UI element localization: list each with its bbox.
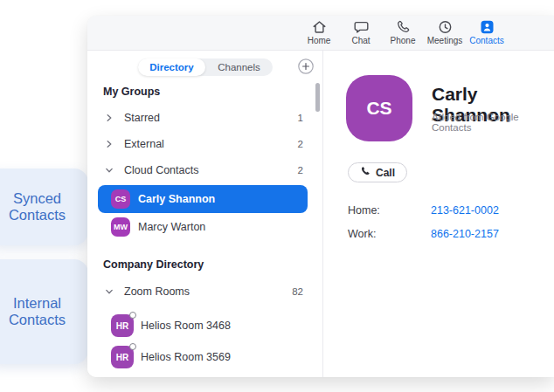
group-row-zoom-rooms[interactable]: Zoom Rooms 82 xyxy=(87,279,322,305)
contact-name: Marcy Warton xyxy=(138,221,205,233)
phone-icon xyxy=(395,18,412,35)
group-list: Starred 1 External 2 Cloud xyxy=(87,105,322,183)
phone-field-work: Work: 866-210-2157 xyxy=(348,228,537,240)
contact-row-carly-shannon[interactable]: CS Carly Shannon xyxy=(98,185,308,213)
phone-number-link[interactable]: 866-210-2157 xyxy=(431,228,499,240)
phone-number-link[interactable]: 213-621-0002 xyxy=(431,204,499,217)
contacts-icon xyxy=(479,18,495,35)
add-contact-button[interactable] xyxy=(298,58,314,74)
avatar: MW xyxy=(111,217,130,237)
annotation-synced-contacts: Synced Contacts xyxy=(0,168,88,245)
section-company-directory: Company Directory xyxy=(103,258,204,271)
nav-tab-meetings[interactable]: Meetings xyxy=(424,18,466,48)
group-count: 2 xyxy=(298,165,303,175)
group-count: 2 xyxy=(298,139,303,149)
group-name: External xyxy=(124,138,164,150)
chat-icon xyxy=(353,18,370,35)
call-button[interactable]: Call xyxy=(348,162,407,182)
nav-tab-chat[interactable]: Chat xyxy=(340,18,382,48)
contact-detail-pane: CS Carly Shannon Added from Google Conta… xyxy=(323,51,554,377)
nav-tab-phone[interactable]: Phone xyxy=(382,18,424,48)
nav-tab-home[interactable]: Home xyxy=(298,18,340,48)
meetings-icon xyxy=(437,18,454,35)
group-count: 82 xyxy=(292,286,303,297)
group-name: Zoom Rooms xyxy=(124,285,190,298)
cloud-contacts-list: CS Carly Shannon MW Marcy Warton xyxy=(87,185,322,241)
avatar-wrap: HR xyxy=(111,314,134,337)
avatar: CS xyxy=(346,75,412,141)
annotation-internal-label: Internal Contacts xyxy=(0,295,81,329)
group-row-starred[interactable]: Starred 1 xyxy=(87,105,322,131)
contact-row-marcy-warton[interactable]: MW Marcy Warton xyxy=(98,213,308,241)
tab-directory[interactable]: Directory xyxy=(138,58,205,76)
phone-field-label: Home: xyxy=(348,204,431,217)
presence-status-icon xyxy=(129,343,136,350)
group-count: 1 xyxy=(298,113,303,123)
nav-label-phone: Phone xyxy=(391,36,416,45)
group-name: Cloud Contacts xyxy=(124,164,198,176)
chevron-right-icon xyxy=(105,113,114,122)
contact-source-note: Added from Google Contacts xyxy=(432,112,554,133)
chevron-down-icon xyxy=(105,287,114,296)
group-name: Starred xyxy=(124,112,160,124)
plus-icon xyxy=(298,64,314,77)
top-nav: Home Chat Phone xyxy=(298,18,508,48)
nav-label-home: Home xyxy=(308,36,331,45)
nav-label-contacts: Contacts xyxy=(469,36,503,45)
chevron-down-icon xyxy=(105,166,114,175)
contact-name: Carly Shannon xyxy=(138,193,215,205)
section-my-groups: My Groups xyxy=(103,86,160,98)
room-name: Helios Room 3569 xyxy=(141,351,231,363)
call-button-label: Call xyxy=(376,167,395,179)
nav-tab-contacts[interactable]: Contacts xyxy=(466,18,508,48)
zoom-app-window: Home Chat Phone xyxy=(87,16,554,377)
annotation-synced-label: Synced Contacts xyxy=(0,190,81,224)
group-row-cloud-contacts[interactable]: Cloud Contacts 2 xyxy=(87,157,322,183)
nav-label-chat: Chat xyxy=(351,36,370,45)
contacts-sidebar: Directory Channels My Groups Starr xyxy=(87,51,323,377)
zoom-rooms-list: HR Helios Room 3468 HR Helios Room 3569 xyxy=(87,310,322,373)
company-group-list: Zoom Rooms 82 xyxy=(87,279,322,305)
room-name: Helios Room 3468 xyxy=(141,320,231,332)
annotation-internal-contacts: Internal Contacts xyxy=(0,259,88,364)
phone-field-home: Home: 213-621-0002 xyxy=(348,204,537,217)
chevron-right-icon xyxy=(105,140,114,148)
page: Synced Contacts Internal Contacts Home C… xyxy=(0,0,554,392)
app-body: Directory Channels My Groups Starr xyxy=(87,51,554,377)
call-phone-icon xyxy=(360,166,370,179)
room-row-helios-3468[interactable]: HR Helios Room 3468 xyxy=(87,310,322,341)
presence-status-icon xyxy=(129,312,136,319)
tab-channels[interactable]: Channels xyxy=(205,58,273,76)
avatar: CS xyxy=(111,189,130,209)
avatar-wrap: HR xyxy=(111,346,134,368)
room-row-helios-3569[interactable]: HR Helios Room 3569 xyxy=(87,341,322,373)
directory-channels-toggle: Directory Channels xyxy=(138,58,273,76)
phone-field-label: Work: xyxy=(348,228,431,240)
group-row-external[interactable]: External 2 xyxy=(87,131,322,157)
home-icon xyxy=(311,18,328,35)
nav-label-meetings: Meetings xyxy=(427,36,463,45)
app-header: Home Chat Phone xyxy=(87,16,554,51)
